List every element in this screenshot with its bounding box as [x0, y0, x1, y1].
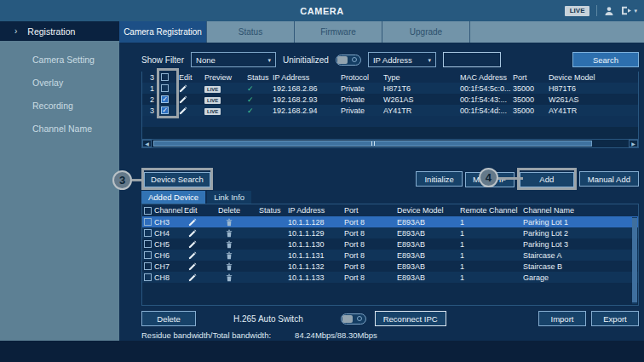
horizontal-scrollbar[interactable]: ◀ ▶ [142, 139, 638, 147]
tab-link-info[interactable]: Link Info [207, 191, 251, 204]
h265-auto-switch-toggle[interactable] [341, 313, 366, 325]
tab-status[interactable]: Status [207, 21, 295, 43]
annotation-connector-line [132, 179, 144, 181]
row-checkbox[interactable] [144, 251, 152, 259]
device-model: E893AB [396, 218, 459, 227]
channel-row[interactable]: CH610.1.1.131Port 8E893AB1Staircase A [142, 250, 638, 261]
reconnect-ipc-button[interactable]: Reconnect IPC [375, 311, 446, 326]
live-preview-badge[interactable]: LIVE [204, 97, 221, 104]
delete-trash-icon[interactable] [217, 229, 258, 238]
sidebar-item-overlay[interactable]: Overlay [0, 72, 119, 95]
port: 35000 [512, 84, 548, 93]
thumb-grip [371, 141, 372, 146]
edit-pencil-icon[interactable] [183, 240, 217, 249]
select-all-checkbox[interactable] [161, 73, 169, 81]
scroll-left-arrow[interactable]: ◀ [142, 140, 152, 147]
port: Port 8 [343, 251, 396, 260]
device-row[interactable]: 1LIVE✓192.168.2.86PrivateH871T600:1f:54:… [142, 83, 638, 94]
edit-pencil-icon[interactable] [178, 106, 204, 115]
tab-upgrade[interactable]: Upgrade [382, 21, 470, 43]
edit-pencil-icon[interactable] [183, 262, 217, 271]
edit-pencil-icon[interactable] [183, 218, 217, 227]
sidebar-item-recording[interactable]: Recording [0, 95, 119, 118]
row-checkbox[interactable] [144, 229, 152, 237]
row-checkbox[interactable] [144, 262, 152, 270]
delete-trash-icon[interactable] [217, 273, 258, 282]
row-checkbox[interactable]: ✓ [161, 106, 169, 114]
delete-trash-icon[interactable] [217, 251, 258, 260]
row-checkbox[interactable] [161, 84, 169, 92]
export-button[interactable]: Export [591, 311, 639, 326]
edit-pencil-icon[interactable] [183, 273, 217, 282]
device-type: H871T6 [382, 84, 459, 93]
row-checkbox[interactable] [144, 273, 152, 281]
edit-pencil-icon[interactable] [183, 229, 217, 238]
tab-added-device[interactable]: Added Device [141, 191, 205, 204]
live-preview-badge[interactable]: LIVE [204, 86, 221, 93]
user-account-icon[interactable] [604, 6, 614, 16]
channel-cell: CH7 [142, 262, 183, 271]
edit-pencil-icon[interactable] [178, 84, 204, 93]
delete-trash-icon[interactable] [217, 240, 258, 249]
show-filter-select[interactable]: None ▾ [191, 52, 276, 67]
uninitialized-toggle[interactable] [336, 55, 361, 66]
scrollbar-thumb[interactable] [632, 218, 637, 302]
row-checkbox[interactable] [144, 218, 152, 226]
device-model: AY41TR [548, 106, 638, 115]
edit-pencil-icon[interactable] [178, 95, 204, 104]
device-model: E893AB [396, 273, 459, 282]
channel-row[interactable]: CH710.1.1.132Port 8E893AB1Staircase B [142, 261, 638, 272]
delete-trash-icon[interactable] [217, 262, 258, 271]
column-header-channel-name: Channel Name [522, 206, 638, 215]
port: Port 8 [343, 273, 396, 282]
row-checkbox[interactable] [144, 240, 152, 248]
sidebar-item-camera-setting[interactable]: Camera Setting [0, 49, 119, 72]
search-field-type-select[interactable]: IP Address ▾ [368, 52, 436, 67]
annotation-step-3-circle: 3 [112, 170, 132, 190]
manual-add-button[interactable]: Manual Add [579, 171, 639, 187]
device-row[interactable]: 2✓LIVE✓192.168.2.93PrivateW261AS00:1f:54… [142, 94, 638, 105]
channel-row[interactable]: CH810.1.1.133Port 8E893AB1Garage [142, 272, 638, 283]
annotation-connector-line [496, 177, 523, 180]
channel-row[interactable]: CH510.1.1.130Port 8E893AB1Parking Lot 3 [142, 238, 638, 250]
select-all-checkbox[interactable] [144, 207, 152, 215]
device-type: AY41TR [382, 106, 459, 115]
sidebar-item-registration[interactable]: › Registration [0, 21, 119, 41]
edit-pencil-icon[interactable] [183, 251, 217, 260]
delete-button[interactable]: Delete [141, 311, 196, 326]
toggle-knob [342, 315, 353, 323]
port: Port 8 [343, 229, 396, 238]
live-view-button[interactable]: LIVE [565, 6, 590, 16]
tab-camera-registration[interactable]: Camera Registration [119, 21, 207, 43]
filter-row: Show Filter None ▾ Uninitialized IP Addr… [141, 51, 639, 68]
live-preview-badge[interactable]: LIVE [204, 108, 221, 115]
device-table-header: 3EditPreviewStatusIP AddressProtocolType… [142, 72, 638, 83]
add-button[interactable]: Add [520, 172, 574, 187]
channel-row[interactable]: CH310.1.1.128Port 8E893AB1Parking Lot 1 [142, 216, 638, 227]
row-checkbox[interactable]: ✓ [161, 95, 169, 103]
remote-channel: 1 [459, 218, 522, 227]
device-search-button[interactable]: Device Search [144, 172, 210, 187]
search-button[interactable]: Search [572, 52, 639, 67]
import-button[interactable]: Import [538, 311, 586, 326]
scrollbar-track[interactable] [152, 140, 629, 147]
column-header-ip-address: IP Address [287, 206, 343, 215]
remote-channel: 1 [459, 240, 522, 249]
scrollbar-thumb[interactable] [153, 141, 592, 147]
channel-row[interactable]: CH410.1.1.129Port 8E893AB1Parking Lot 2 [142, 227, 638, 238]
empty-row-stripe [142, 127, 638, 139]
delete-trash-icon[interactable] [217, 218, 258, 227]
vertical-scrollbar[interactable] [632, 217, 637, 304]
ip-address: 10.1.1.133 [287, 273, 343, 282]
tab-firmware[interactable]: Firmware [295, 21, 382, 43]
initialize-button[interactable]: Initialize [416, 171, 462, 187]
shutdown-icon[interactable]: ▾ [621, 6, 637, 15]
device-row[interactable]: 3✓LIVE✓192.168.2.94PrivateAY41TR00:1f:54… [142, 105, 638, 116]
sidebar-item-label: Registration [27, 26, 75, 37]
search-input[interactable] [443, 52, 501, 67]
title-bar: CAMERA LIVE ▾ [0, 0, 644, 21]
scroll-right-arrow[interactable]: ▶ [629, 140, 638, 147]
protocol: Private [340, 106, 382, 115]
sidebar-item-channel-name[interactable]: Channel Name [0, 118, 119, 141]
thumb-grip [374, 141, 375, 146]
